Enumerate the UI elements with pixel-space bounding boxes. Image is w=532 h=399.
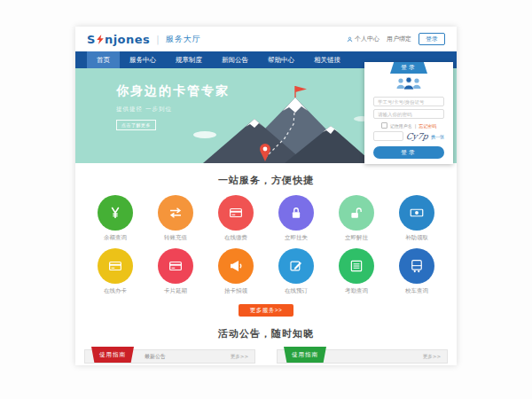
card-icon bbox=[107, 258, 123, 274]
right-more-link[interactable]: 更多>> bbox=[423, 354, 441, 360]
service-item-transfer[interactable]: 转账充值 bbox=[145, 195, 206, 241]
service-circle[interactable] bbox=[158, 248, 193, 284]
login-panel: 登录 记住用户名 | 忘记密码 Cy7p 换一张 登录 bbox=[364, 62, 453, 164]
service-label: 补助领取 bbox=[387, 234, 447, 241]
nav-item-help[interactable]: 帮助中心 bbox=[258, 51, 304, 68]
service-item-card-extend[interactable]: 卡片延期 bbox=[145, 248, 206, 294]
site-name: 服务大厅 bbox=[166, 34, 201, 45]
nav-item-rules[interactable]: 规章制度 bbox=[166, 51, 212, 68]
banknote-icon bbox=[409, 205, 425, 221]
card-icon bbox=[228, 205, 244, 221]
service-label: 拾卡招领 bbox=[206, 287, 266, 294]
announcements-left-bar: 使用指南 最新公告 更多>> bbox=[84, 349, 255, 364]
tab-usage-guide-right[interactable]: 使用指南 bbox=[284, 347, 326, 363]
nav-item-news[interactable]: 新闻公告 bbox=[212, 51, 258, 68]
service-label: 卡片延期 bbox=[145, 287, 206, 294]
service-item-booking[interactable]: 在线预订 bbox=[266, 248, 326, 294]
forgot-password-link[interactable]: 忘记密码 bbox=[419, 123, 436, 129]
service-item-unlock[interactable]: 立即解挂 bbox=[326, 195, 387, 241]
announcements-title: 活动公告，随时知晓 bbox=[75, 327, 457, 340]
remember-checkbox[interactable] bbox=[381, 122, 387, 129]
service-item-balance[interactable]: 余额查询 bbox=[85, 195, 145, 241]
service-label: 立即挂失 bbox=[266, 234, 326, 241]
more-services-button[interactable]: 更多服务>> bbox=[239, 304, 293, 317]
megaphone-icon bbox=[228, 258, 244, 274]
service-item-school-bus[interactable]: 校车查询 bbox=[387, 248, 447, 294]
service-circle[interactable] bbox=[339, 248, 374, 284]
header-login-button[interactable]: 登录 bbox=[419, 33, 445, 45]
list-icon bbox=[348, 258, 364, 274]
captcha-image[interactable]: Cy7p bbox=[405, 131, 428, 141]
service-circle[interactable] bbox=[158, 195, 193, 231]
services-title: 一站服务，方便快捷 bbox=[75, 174, 457, 187]
nav-item-links[interactable]: 相关链接 bbox=[304, 51, 350, 68]
page: S njones | 服务大厅 个人中心 用户绑定 登录 首页 服务中心 bbox=[75, 27, 457, 365]
service-circle[interactable] bbox=[218, 248, 254, 284]
announcements-section: 活动公告，随时知晓 使用指南 最新公告 更多>> 使用指南 更多>> bbox=[75, 327, 457, 364]
mountain-illustration bbox=[180, 83, 393, 163]
bus-icon bbox=[409, 258, 425, 274]
nav-item-home[interactable]: 首页 bbox=[87, 51, 120, 68]
service-circle[interactable] bbox=[339, 195, 374, 231]
logo-divider: | bbox=[156, 35, 159, 44]
captcha-input[interactable] bbox=[373, 131, 403, 141]
unlock-icon bbox=[348, 205, 364, 221]
tab-latest-news[interactable]: 最新公告 bbox=[145, 353, 166, 361]
service-label: 考勤查询 bbox=[326, 287, 387, 294]
service-circle[interactable] bbox=[98, 248, 133, 284]
tab-usage-guide-left[interactable]: 使用指南 bbox=[91, 347, 134, 363]
lock-icon bbox=[288, 205, 304, 221]
yen-icon bbox=[107, 205, 123, 221]
nav-item-service-center[interactable]: 服务中心 bbox=[120, 51, 166, 68]
card-icon bbox=[168, 258, 184, 274]
user-icon bbox=[347, 36, 353, 43]
password-input[interactable] bbox=[373, 109, 444, 119]
login-tab[interactable]: 登录 bbox=[390, 62, 427, 74]
site-header: S njones | 服务大厅 个人中心 用户绑定 登录 bbox=[75, 27, 457, 51]
personal-center-link[interactable]: 个人中心 bbox=[347, 35, 379, 43]
user-bind-link[interactable]: 用户绑定 bbox=[387, 35, 411, 43]
services-section: 一站服务，方便快捷 余额查询 转账充值 bbox=[75, 163, 457, 317]
logo-text-s: S bbox=[87, 33, 96, 46]
users-group-icon bbox=[393, 76, 425, 90]
service-item-apply-card[interactable]: 在线办卡 bbox=[85, 248, 145, 294]
service-label: 在线办卡 bbox=[85, 287, 145, 294]
service-item-lost-found[interactable]: 拾卡招领 bbox=[206, 248, 266, 294]
transfer-icon bbox=[168, 205, 184, 221]
service-circle[interactable] bbox=[218, 195, 254, 231]
remember-label: 记住用户名 bbox=[390, 123, 412, 129]
service-circle[interactable] bbox=[278, 195, 314, 231]
personal-center-label: 个人中心 bbox=[355, 35, 379, 43]
service-circle[interactable] bbox=[98, 195, 133, 231]
service-item-report-loss[interactable]: 立即挂失 bbox=[266, 195, 326, 241]
service-label: 立即解挂 bbox=[326, 234, 387, 241]
service-circle[interactable] bbox=[399, 248, 434, 284]
user-bind-label: 用户绑定 bbox=[387, 35, 411, 43]
captcha-refresh-link[interactable]: 换一张 bbox=[431, 134, 444, 139]
service-label: 余额查询 bbox=[85, 234, 145, 241]
lightning-icon bbox=[97, 35, 104, 44]
service-circle[interactable] bbox=[399, 195, 434, 231]
service-label: 在线预订 bbox=[266, 287, 326, 294]
logo-text-rest: njones bbox=[105, 33, 150, 46]
service-label: 在线缴费 bbox=[206, 234, 266, 241]
left-more-link[interactable]: 更多>> bbox=[231, 354, 248, 360]
service-item-pay[interactable]: 在线缴费 bbox=[206, 195, 266, 241]
login-submit-button[interactable]: 登录 bbox=[373, 146, 444, 159]
brand-logo[interactable]: S njones bbox=[87, 33, 150, 46]
banner-cta-button[interactable]: 点击了解更多 bbox=[116, 120, 156, 130]
service-label: 转账充值 bbox=[145, 234, 206, 241]
service-circle[interactable] bbox=[278, 248, 314, 284]
service-item-attendance[interactable]: 考勤查询 bbox=[326, 248, 387, 294]
row-divider: | bbox=[415, 123, 417, 129]
services-grid: 余额查询 转账充值 在线缴费 bbox=[85, 195, 447, 294]
announcements-right-bar: 使用指南 更多>> bbox=[277, 349, 448, 364]
service-item-subsidy[interactable]: 补助领取 bbox=[387, 195, 447, 241]
service-label: 校车查询 bbox=[387, 287, 447, 294]
edit-icon bbox=[288, 258, 304, 274]
username-input[interactable] bbox=[373, 97, 444, 106]
